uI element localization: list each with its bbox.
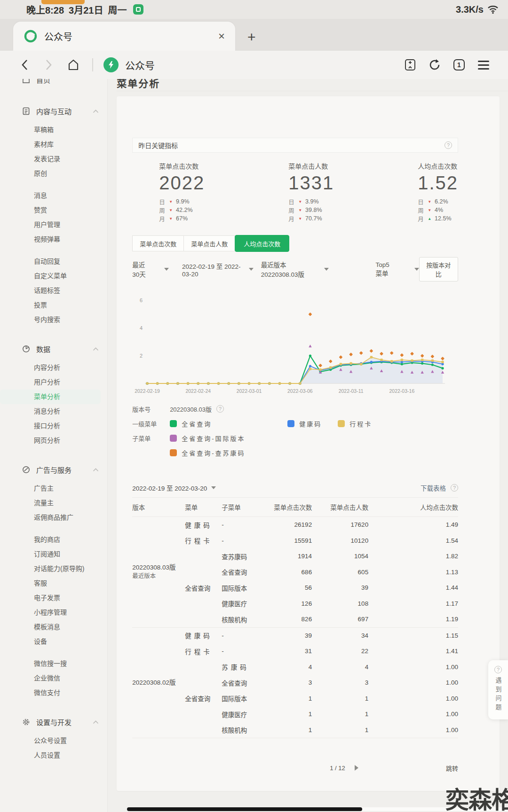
sidebar-item[interactable]: 草稿箱 [0,123,107,137]
kpi-value: 1331 [288,172,418,194]
kpi-trend: 日▼9.9% [159,197,288,206]
chart-legend: 版本号 20220308.03版 ? 一级菜单 全省查询健康码行程卡 子菜单 全… [132,404,458,458]
metric-tab[interactable]: 人均点击次数 [235,235,289,252]
sidebar-item[interactable]: 素材库 [0,137,107,152]
clicks-cell: 686 [269,564,312,580]
date-range-filter[interactable]: 2022-02-19 至 2022-03-20 [182,261,254,278]
refresh-icon[interactable] [422,59,447,71]
jump-to-page-link[interactable]: 跳转 [446,764,458,773]
legend-entry[interactable]: 全省查询 [170,419,287,428]
help-question-icon[interactable]: ? [451,484,458,492]
sidebar-item[interactable]: 电子发票 [0,591,107,605]
sidebar-item[interactable]: 网页分析 [0,433,107,448]
sidebar-section-header[interactable]: 数据 [0,337,107,360]
metric-tab[interactable]: 菜单点击人数 [183,235,235,251]
version-filter[interactable]: 最近版本 20220308.03版 [261,260,329,279]
sidebar-item[interactable]: 消息 [0,188,107,203]
kpi-trend: 日▼6.2% [418,197,458,206]
legend-entry[interactable]: 全省查询-查苏康码 [170,448,245,457]
kpi-trend: 周▼4% [418,206,458,214]
download-table-link[interactable]: 下载表格 ? [421,483,458,492]
sidebar-item[interactable]: 发表记录 [0,152,107,166]
browser-tab[interactable]: 公众号 × [13,22,235,51]
sidebar-item[interactable]: 自定义菜单 [0,269,107,283]
screen-notch [41,0,85,4]
chevron-down-icon [164,268,169,271]
sidebar-item[interactable]: 自动回复 [0,254,107,269]
users-cell: 1 [312,722,368,738]
legend-entry[interactable]: 全省查询-国际版本 [170,434,245,443]
sidebar-item[interactable]: 对话能力(原导购) [0,562,107,576]
menu-icon[interactable] [471,61,496,70]
sidebar: 首页 内容与互动草稿箱素材库发表记录原创消息赞赏用户管理视频弹幕自动回复自定义菜… [0,79,108,812]
sidebar-item[interactable]: 微信支付 [0,686,107,700]
compare-by-version-button[interactable]: 按版本对比 [419,257,458,281]
sidebar-item[interactable]: 接口分析 [0,419,107,433]
avg-cell: 1.00 [368,722,458,738]
sidebar-section-header[interactable]: 内容与互动 [0,100,107,123]
legend-entry[interactable]: 行程卡 [338,419,372,428]
table-group: 20220308.03版最近版本健康码行程卡全省查询-26192176201.4… [132,516,458,627]
range-filter[interactable]: 最近30天 [132,260,169,279]
legend-swatch [170,420,177,427]
home-icon[interactable] [61,59,86,71]
scrollbar-thumb[interactable] [127,807,362,811]
users-cell: 4 [312,659,368,675]
kpi-metric: 菜单点击人数1331日▼3.9%周▼39.8%月▼70.7% [288,161,418,223]
sidebar-section-header[interactable]: 广告与服务 [0,458,107,481]
wifi-icon [487,5,499,14]
legend-entry[interactable]: 健康码 [287,419,338,428]
bookmark-icon[interactable] [398,59,422,71]
sub-menu-cell: 全省查询 [222,675,269,691]
chart-svg: 2462022-02-192022-02-242022-03-012022-03… [132,282,448,397]
sidebar-item[interactable]: 企业微信 [0,671,107,686]
sidebar-item[interactable]: 小程序管理 [0,605,107,620]
sidebar-item[interactable]: 话题标签 [0,283,107,298]
feedback-widget[interactable]: ? 遇到问题 [488,660,508,719]
kpi-trend: 月▼67% [159,214,288,223]
kpi-trend: 日▼3.9% [288,197,418,206]
main-content: 菜单分析 昨日关键指标 ? 菜单点击次数2022日▼9.9%周▼42.2%月▼6… [108,79,508,812]
gear-icon [22,718,31,726]
new-tab-icon[interactable]: + [247,29,256,45]
sidebar-item[interactable]: 返佣商品推广 [0,510,107,525]
back-icon[interactable] [12,59,37,70]
sidebar-item[interactable]: 订阅通知 [0,547,107,562]
tab-close-icon[interactable]: × [218,30,225,43]
url-bar[interactable]: 公众号 [125,58,398,72]
help-question-icon[interactable]: ? [444,141,452,149]
sidebar-item[interactable]: 原创 [0,166,107,181]
forward-icon[interactable] [37,59,61,70]
sidebar-item[interactable]: 广告主 [0,481,107,496]
clicks-cell: 1 [269,691,312,707]
help-question-icon[interactable]: ? [216,405,224,413]
sidebar-item[interactable]: 设备 [0,634,107,649]
avg-cell: 1.15 [368,628,458,644]
browser-tab-strip: 公众号 × + [0,19,508,51]
next-page-icon[interactable] [355,765,358,771]
sidebar-item[interactable]: 赞赏 [0,203,107,218]
sidebar-item[interactable]: 微信搜一搜 [0,656,107,671]
sidebar-item[interactable]: 用户管理 [0,218,107,232]
sidebar-item[interactable]: 消息分析 [0,404,107,419]
sidebar-item[interactable]: 号内搜索 [0,312,107,327]
sidebar-item[interactable]: 流量主 [0,496,107,510]
sidebar-item[interactable]: 内容分析 [0,360,107,375]
security-shield-icon[interactable] [103,57,119,72]
sidebar-item[interactable]: 我的商店 [0,532,107,547]
sidebar-item[interactable]: 模板消息 [0,620,107,634]
sidebar-item[interactable]: 公众号设置 [0,734,107,748]
top-menu-filter[interactable]: Top5菜单 [376,261,419,278]
sidebar-item[interactable]: 投票 [0,298,107,312]
sidebar-item[interactable]: 视频弹幕 [0,232,107,247]
sidebar-item[interactable]: 人员设置 [0,748,107,763]
avg-cell: 1.17 [368,596,458,612]
table-date-range-filter[interactable]: 2022-02-19 至 2022-03-20 [132,483,216,492]
metric-tab[interactable]: 菜单点击次数 [132,235,184,251]
tab-count-button[interactable]: 1 [447,59,471,70]
sidebar-item[interactable]: 客服 [0,576,107,591]
sidebar-item-home[interactable]: 首页 [0,79,107,89]
sidebar-item[interactable]: 用户分析 [0,375,107,390]
sidebar-item[interactable]: 菜单分析 [0,390,101,404]
sidebar-section-header[interactable]: 设置与开发 [0,710,107,734]
